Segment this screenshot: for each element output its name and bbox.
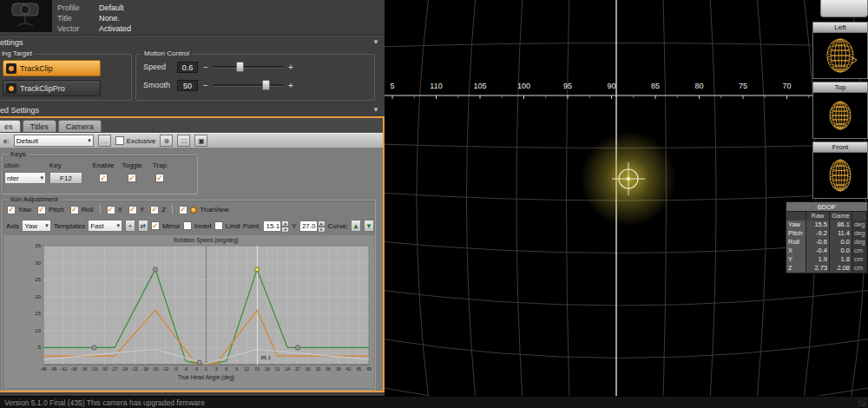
axis-enable-z[interactable]: ✓Z bbox=[150, 206, 166, 214]
trackclip-icon bbox=[6, 63, 16, 74]
hotkey-toggle-checkbox[interactable]: ✓ bbox=[128, 174, 136, 182]
viewport-top[interactable]: Top bbox=[812, 82, 868, 139]
speed-minus-button[interactable]: − bbox=[202, 63, 209, 72]
templates-select[interactable]: Fast ▾ bbox=[88, 220, 122, 232]
curve-up-icon[interactable]: ▲ bbox=[351, 220, 361, 232]
curve-point[interactable] bbox=[197, 360, 201, 365]
speed-plus-button[interactable]: + bbox=[287, 63, 294, 72]
curve-down-icon[interactable]: ▼ bbox=[364, 220, 374, 232]
curve-point[interactable] bbox=[254, 267, 259, 272]
svg-text:-42: -42 bbox=[61, 366, 67, 372]
exclusive-checkbox[interactable] bbox=[115, 136, 124, 145]
axis-enable-pitch[interactable]: ✓Pitch bbox=[37, 206, 64, 214]
chevron-down-icon: ▾ bbox=[116, 222, 120, 229]
tracking-view[interactable]: 5110105100959085807570 bbox=[385, 0, 868, 396]
pan-move-icon[interactable]: + bbox=[125, 220, 135, 232]
point-label: Point: bbox=[243, 222, 260, 230]
axis-label: Axis bbox=[6, 222, 19, 230]
axis-select[interactable]: Yaw ▾ bbox=[22, 220, 51, 232]
speed-slider[interactable] bbox=[214, 61, 283, 73]
limit-option[interactable]: Limit bbox=[214, 221, 240, 230]
spin-up-icon[interactable]: ▴ bbox=[281, 220, 289, 227]
scale-label: 5 bbox=[390, 82, 394, 90]
settings-section-header[interactable]: ettings ▼ bbox=[0, 38, 385, 49]
spin-up-icon[interactable]: ▴ bbox=[318, 220, 326, 227]
viewport-header[interactable]: Top bbox=[813, 82, 867, 93]
curve-point[interactable] bbox=[153, 267, 157, 272]
curve-editor[interactable]: 5101520253035-48-45-42-39-36-33-30-27-24… bbox=[3, 235, 374, 388]
curve-label: Curve: bbox=[328, 222, 349, 230]
invert-checkbox[interactable] bbox=[183, 221, 192, 230]
axis-enable-roll[interactable]: ✓Roll bbox=[70, 206, 94, 214]
tab-titles[interactable]: Titles bbox=[23, 120, 56, 132]
axis-enable-x[interactable]: ✓X bbox=[107, 206, 122, 214]
smooth-slider-thumb[interactable] bbox=[262, 80, 270, 90]
viewport-header[interactable]: Left bbox=[813, 23, 867, 33]
tab-profiles[interactable]: es bbox=[0, 120, 21, 132]
profile-value: Default bbox=[99, 3, 124, 12]
curve-toolbar: Axis Yaw ▾ Templates Fast ▾ + ⇄ ✓ Mirror bbox=[6, 220, 374, 232]
center-crosshair-icon[interactable]: ⊕ bbox=[160, 135, 173, 147]
collapse-arrow-icon[interactable]: ▼ bbox=[372, 38, 379, 46]
trackclip-button[interactable]: TrackClip bbox=[3, 60, 101, 76]
axis-enable-yaw[interactable]: ✓Yaw bbox=[7, 206, 31, 214]
viewport-left[interactable]: Left bbox=[812, 22, 868, 79]
profile-menu-button[interactable]: … bbox=[98, 135, 111, 147]
svg-text:48: 48 bbox=[366, 366, 372, 372]
limit-checkbox[interactable] bbox=[214, 221, 223, 230]
svg-text:33: 33 bbox=[316, 366, 321, 372]
point-y-spinner[interactable]: 27.0 ▴▾ bbox=[299, 220, 326, 232]
scale-label: 105 bbox=[473, 82, 486, 90]
mirror-checkbox[interactable]: ✓ bbox=[151, 221, 160, 230]
svg-text:3: 3 bbox=[215, 366, 218, 372]
spin-down-icon[interactable]: ▾ bbox=[318, 227, 326, 233]
smooth-value[interactable]: 50 bbox=[177, 80, 198, 91]
camera-photo bbox=[0, 0, 52, 32]
svg-text:-24: -24 bbox=[122, 366, 128, 372]
collapse-arrow-icon[interactable]: ▼ bbox=[372, 106, 379, 114]
viewport-header[interactable]: Front bbox=[813, 142, 867, 153]
point-y-label: Y bbox=[292, 222, 296, 230]
svg-text:-27: -27 bbox=[111, 366, 117, 372]
save-icon[interactable]: ▣ bbox=[194, 135, 207, 147]
mirror-option[interactable]: ✓ Mirror bbox=[151, 221, 181, 230]
invert-option[interactable]: Invert bbox=[183, 221, 212, 230]
smooth-slider[interactable] bbox=[214, 79, 283, 91]
speed-value[interactable]: 0.6 bbox=[177, 62, 198, 73]
svg-text:-39: -39 bbox=[71, 366, 77, 372]
smooth-minus-button[interactable]: − bbox=[202, 81, 209, 90]
motion-adjustment-label: tion Adjustment bbox=[8, 195, 61, 204]
curve-point[interactable] bbox=[295, 345, 299, 350]
advanced-section-header[interactable]: ed Settings ▼ bbox=[0, 106, 385, 116]
hotkeys-group-label: Keys bbox=[8, 150, 29, 159]
svg-text:45: 45 bbox=[357, 366, 362, 372]
axis-enable-trueview[interactable]: ✓TrueView bbox=[179, 206, 228, 214]
resize-grip[interactable] bbox=[858, 398, 866, 406]
exclusive-option[interactable]: Exclusive bbox=[115, 136, 156, 145]
hotkey-key-button[interactable]: F12 bbox=[49, 172, 82, 184]
viewport-front[interactable]: Front bbox=[812, 141, 868, 199]
scale-label: 90 bbox=[607, 82, 615, 90]
svg-text:-21: -21 bbox=[132, 366, 138, 372]
dof-header-row: RawGame bbox=[786, 212, 867, 220]
speed-slider-thumb[interactable] bbox=[236, 62, 244, 72]
svg-text:10: 10 bbox=[35, 328, 41, 333]
viewport-fragment bbox=[820, 0, 868, 17]
spin-down-icon[interactable]: ▾ bbox=[281, 227, 289, 233]
hotkeys-group: Keys ction Key Enable Toggle Trap nter ▾… bbox=[2, 155, 198, 194]
svg-text:30: 30 bbox=[35, 260, 41, 266]
hotkey-action-select[interactable]: nter ▾ bbox=[4, 172, 46, 184]
point-x-spinner[interactable]: 15.1 ▴▾ bbox=[263, 220, 289, 232]
trackclippro-button[interactable]: TrackClipPro bbox=[3, 80, 101, 96]
smooth-plus-button[interactable]: + bbox=[287, 81, 294, 90]
axis-enable-y[interactable]: ✓Y bbox=[128, 206, 144, 214]
control-panel: ProfileDefault TitleNone. VectorActivate… bbox=[0, 0, 385, 396]
tab-camera[interactable]: Camera bbox=[58, 120, 102, 132]
profile-select[interactable]: Default ▾ bbox=[14, 135, 94, 147]
hotkey-trap-checkbox[interactable]: ✓ bbox=[155, 174, 164, 182]
copy-icon[interactable]: □ bbox=[177, 135, 190, 147]
vector-value: Activated bbox=[99, 24, 131, 33]
select-mode-icon[interactable]: ⇄ bbox=[138, 220, 148, 232]
curve-point[interactable] bbox=[92, 345, 96, 350]
hotkey-enable-checkbox[interactable]: ✓ bbox=[99, 174, 108, 182]
